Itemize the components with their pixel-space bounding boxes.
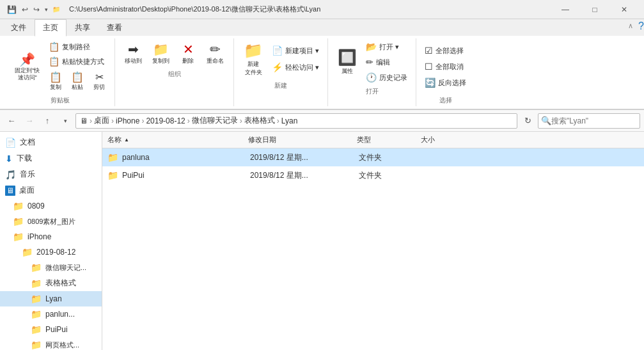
new-folder-icon: 📁 [244, 42, 263, 60]
search-icon: 🔍 [541, 116, 551, 125]
rename-button[interactable]: ✏ 重命名 [202, 40, 228, 67]
sidebar-item-documents[interactable]: 📄 文档 [0, 134, 102, 150]
tab-file[interactable]: 文件 [3, 19, 35, 36]
move-to-button[interactable]: ➡ 移动到 [120, 40, 146, 67]
breadcrumb-item-1[interactable]: 桌面 [94, 115, 109, 126]
qat-dropdown-icon[interactable]: ▾ [43, 5, 50, 14]
tab-share[interactable]: 共享 [67, 19, 98, 36]
minimize-button[interactable]: — [551, 0, 580, 19]
invert-selection-button[interactable]: 🔄 反向选择 [421, 76, 469, 90]
breadcrumb-item-0[interactable]: 🖥 [80, 116, 88, 125]
ribbon-group-organize: ➡ 移动到 📁 复制到 ✕ 删除 ✏ 重命名 组织 [115, 38, 234, 106]
sidebar-item-desktop[interactable]: 🖥 桌面 [0, 182, 102, 198]
close-button[interactable]: ✕ [609, 0, 639, 19]
search-input[interactable] [551, 116, 644, 125]
maximize-button[interactable]: □ [580, 0, 609, 19]
title-path: C:\Users\Administrator\Desktop\iPhone\20… [69, 4, 320, 14]
new-buttons: 📁 新建文件夹 📄 新建项目 ▾ ⚡ 轻松访问 ▾ [239, 40, 322, 79]
edit-button[interactable]: ✏ 编辑 [363, 55, 411, 69]
col-header-name[interactable]: 名称 ▲ [107, 135, 248, 145]
sidebar-item-tabformat[interactable]: 📁 表格格式 [0, 275, 102, 291]
file-name-puipui: PuiPui [122, 171, 250, 180]
folder-panlun-icon: 📁 [31, 309, 42, 319]
sidebar-item-downloads[interactable]: ⬇ 下载 [0, 150, 102, 166]
breadcrumb-current[interactable]: Lyan [281, 116, 298, 125]
sidebar-item-webpage[interactable]: 📁 网页格式... [0, 337, 102, 350]
main-area: 📄 文档 ⬇ 下载 🎵 音乐 🖥 桌面 📁 0809 📁 0809素材_图片 📁… [0, 132, 644, 350]
breadcrumb-item-2[interactable]: iPhone [116, 116, 139, 125]
ribbon: 文件 主页 共享 查看 ∧ ? 📌 固定到"快速访问" 📋 复制路径 [0, 19, 644, 110]
copy-button[interactable]: 📋 复制 [45, 69, 66, 93]
breadcrumb-item-5[interactable]: 表格格式 [244, 115, 275, 126]
documents-icon: 📄 [5, 138, 16, 148]
help-icon[interactable]: ? [638, 20, 644, 32]
sidebar-item-lyan[interactable]: 📁 Lyan [0, 291, 102, 306]
breadcrumb-item-3[interactable]: 2019-08-12 [146, 116, 185, 125]
computer-icon: 🖥 [80, 116, 88, 125]
file-row-puipui[interactable]: 📁 PuiPui 2019/8/12 星期... 文件夹 [102, 166, 644, 184]
open-button[interactable]: 📂 打开 ▾ [363, 40, 411, 54]
sidebar-item-0809[interactable]: 📁 0809 [0, 198, 102, 214]
quick-access-toolbar: 💾 ↩ ↪ ▾ [5, 4, 50, 15]
new-folder-button[interactable]: 📁 新建文件夹 [239, 40, 267, 79]
ribbon-collapse: ∧ ? [625, 19, 644, 36]
tab-view[interactable]: 查看 [98, 19, 130, 36]
paste-shortcut-button[interactable]: 📋 粘贴快捷方式 [45, 54, 109, 68]
file-area: 名称 ▲ 修改日期 类型 大小 📁 panluna 2019/8/12 星期..… [102, 132, 644, 350]
undo-icon[interactable]: ↩ [20, 4, 30, 15]
sidebar-item-0809-material[interactable]: 📁 0809素材_图片 [0, 214, 102, 229]
folder-panluna-file-icon: 📁 [107, 152, 118, 163]
search-bar: 🔍 [538, 113, 640, 129]
pin-quickaccess-button[interactable]: 📌 固定到"快速访问" [10, 50, 44, 83]
deselect-all-button[interactable]: ☐ 全部取消 [421, 60, 469, 74]
file-type-puipui: 文件夹 [359, 170, 423, 181]
open-icon: 📂 [366, 42, 377, 52]
folder-tabformat-icon: 📁 [31, 278, 42, 289]
up-button[interactable]: ↑ [40, 113, 55, 129]
organize-buttons: ➡ 移动到 📁 复制到 ✕ 删除 ✏ 重命名 [120, 40, 228, 67]
properties-button[interactable]: 🔲 属性 [333, 47, 361, 77]
cut-button[interactable]: ✂ 剪切 [89, 69, 109, 93]
save-icon[interactable]: 💾 [5, 4, 19, 15]
deselect-all-icon: ☐ [425, 61, 433, 72]
tab-home[interactable]: 主页 [35, 19, 67, 36]
easy-access-button[interactable]: ⚡ 轻松访问 ▾ [269, 60, 322, 74]
redo-icon[interactable]: ↪ [31, 4, 42, 15]
sidebar: 📄 文档 ⬇ 下载 🎵 音乐 🖥 桌面 📁 0809 📁 0809素材_图片 📁… [0, 132, 102, 350]
folder-0809-icon: 📁 [13, 201, 24, 211]
desktop-icon: 🖥 [5, 186, 15, 196]
cut-icon: ✂ [95, 71, 104, 83]
title-bar: 💾 ↩ ↪ ▾ 📁 C:\Users\Administrator\Desktop… [0, 0, 644, 19]
sidebar-item-puipui[interactable]: 📁 PuiPui [0, 322, 102, 337]
file-row-panluna[interactable]: 📁 panluna 2019/8/12 星期... 文件夹 [102, 148, 644, 166]
sidebar-item-music[interactable]: 🎵 音乐 [0, 166, 102, 182]
paste-icon: 📋 [71, 71, 84, 83]
recent-locations-button[interactable]: ▾ [58, 113, 73, 129]
delete-button[interactable]: ✕ 删除 [175, 40, 201, 67]
refresh-button[interactable]: ↻ [520, 113, 535, 129]
sort-asc-icon: ▲ [124, 137, 129, 143]
sidebar-item-2019[interactable]: 📁 2019-08-12 [0, 244, 102, 260]
sidebar-item-iphone[interactable]: 📁 iPhone [0, 229, 102, 244]
paste-button[interactable]: 📋 粘贴 [67, 69, 88, 93]
sidebar-item-wechat[interactable]: 📁 微信聊天记... [0, 260, 102, 275]
col-header-date[interactable]: 修改日期 [248, 135, 357, 145]
forward-button[interactable]: → [22, 113, 37, 129]
ribbon-group-clipboard: 📌 固定到"快速访问" 📋 复制路径 📋 粘贴快捷方式 📋 [5, 38, 115, 106]
collapse-ribbon-button[interactable]: ∧ [625, 20, 636, 31]
ribbon-group-new: 📁 新建文件夹 📄 新建项目 ▾ ⚡ 轻松访问 ▾ 新建 [234, 38, 328, 106]
history-button[interactable]: 🕐 历史记录 [363, 70, 411, 84]
copy-to-button[interactable]: 📁 复制到 [148, 40, 174, 67]
title-bar-left: 💾 ↩ ↪ ▾ 📁 C:\Users\Administrator\Desktop… [5, 4, 320, 15]
open-secondary: 📂 打开 ▾ ✏ 编辑 🕐 历史记录 [363, 40, 411, 84]
sidebar-item-panlun[interactable]: 📁 panlun... [0, 306, 102, 322]
back-button[interactable]: ← [4, 113, 19, 129]
copy-path-button[interactable]: 📋 复制路径 [45, 40, 109, 54]
new-item-button[interactable]: 📄 新建项目 ▾ [269, 44, 322, 58]
open-buttons: 🔲 属性 📂 打开 ▾ ✏ 编辑 🕐 历史记录 [333, 40, 411, 84]
col-header-size[interactable]: 大小 [421, 135, 472, 145]
select-all-button[interactable]: ☑ 全部选择 [421, 44, 469, 58]
breadcrumb-item-4[interactable]: 微信聊天记录 [192, 115, 238, 126]
col-header-type[interactable]: 类型 [357, 135, 421, 145]
copy-path-icon: 📋 [49, 42, 59, 52]
